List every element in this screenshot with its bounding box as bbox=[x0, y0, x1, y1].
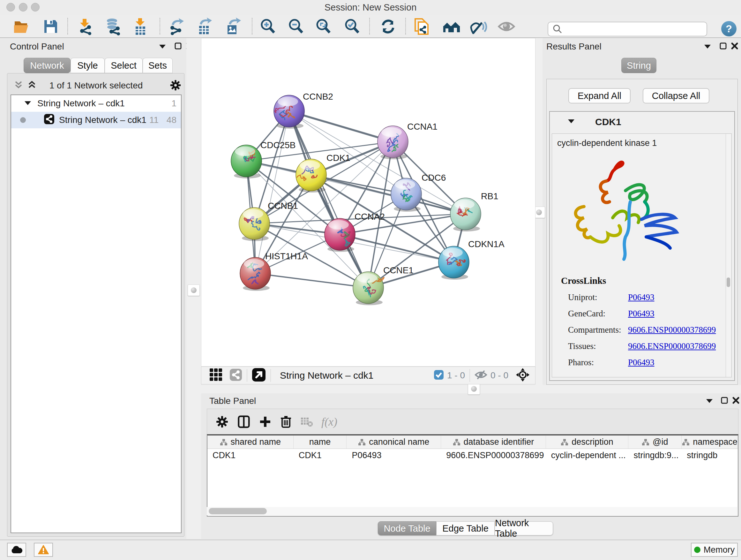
network-node-HIST1H1A[interactable] bbox=[240, 257, 271, 291]
open-session-icon[interactable] bbox=[12, 17, 31, 36]
close-panel-icon[interactable] bbox=[731, 42, 738, 51]
cloud-button[interactable] bbox=[7, 543, 26, 557]
network-column-icon bbox=[453, 438, 461, 446]
network-node-RB1[interactable] bbox=[450, 198, 481, 232]
table-settings-gear-icon[interactable] bbox=[215, 415, 229, 428]
export-image-icon[interactable] bbox=[223, 17, 242, 36]
hidden-counts: 0 - 0 bbox=[490, 370, 509, 381]
network-collection-row[interactable]: String Network – cdk1 1 bbox=[11, 95, 181, 112]
export-network-icon[interactable] bbox=[167, 17, 185, 36]
network-options-gear-icon[interactable] bbox=[170, 79, 182, 94]
collapse-all-button[interactable]: Collapse All bbox=[643, 88, 710, 104]
collapse-panel-icon[interactable] bbox=[705, 397, 714, 406]
import-table-icon[interactable] bbox=[131, 17, 149, 36]
network-from-selection-icon[interactable] bbox=[412, 17, 431, 36]
float-panel-icon[interactable] bbox=[721, 396, 728, 406]
crosslink-pharos[interactable]: P06493 bbox=[628, 358, 655, 368]
memory-button[interactable]: Memory bbox=[691, 543, 738, 557]
show-eye-icon[interactable] bbox=[497, 17, 516, 36]
add-column-icon[interactable] bbox=[259, 415, 272, 428]
selected-checkbox-icon[interactable] bbox=[434, 370, 444, 381]
collapse-panel-icon[interactable] bbox=[158, 43, 166, 51]
network-selection-header: 1 of 1 Network selected bbox=[10, 78, 182, 92]
grid-view-icon[interactable] bbox=[209, 368, 223, 383]
column-header[interactable]: shared name bbox=[207, 435, 293, 449]
zoom-fit-icon[interactable] bbox=[314, 17, 333, 36]
delete-column-icon[interactable] bbox=[280, 415, 292, 428]
tab-sets[interactable]: Sets bbox=[143, 58, 173, 73]
expand-all-button[interactable]: Expand All bbox=[568, 88, 630, 104]
network-edge-HIST1H1A-CCNE1[interactable] bbox=[255, 273, 368, 288]
toolbar-separator bbox=[159, 18, 160, 35]
vertical-splitter-right[interactable] bbox=[536, 38, 542, 387]
tab-select[interactable]: Select bbox=[105, 58, 143, 73]
zoom-out-icon[interactable] bbox=[286, 17, 305, 36]
crosslink-uniprot[interactable]: P06493 bbox=[628, 293, 655, 302]
column-header[interactable]: canonical name bbox=[347, 435, 441, 449]
network-node-CCNA1[interactable] bbox=[378, 126, 408, 159]
column-header[interactable]: database identifier bbox=[441, 435, 546, 449]
column-header[interactable]: name bbox=[293, 435, 347, 449]
vertical-splitter-left[interactable] bbox=[186, 38, 201, 539]
network-column-icon bbox=[358, 438, 366, 446]
import-network-file-icon[interactable] bbox=[76, 17, 94, 36]
float-panel-icon[interactable] bbox=[719, 42, 727, 51]
network-row-selected[interactable]: String Network – cdk1 11 48 bbox=[11, 112, 181, 128]
detach-view-icon[interactable] bbox=[252, 368, 266, 383]
show-columns-icon[interactable] bbox=[237, 415, 251, 428]
network-node-CDC25B[interactable] bbox=[231, 145, 262, 179]
help-button[interactable]: ? bbox=[721, 21, 737, 37]
tab-edge-table[interactable]: Edge Table bbox=[436, 521, 495, 536]
tab-node-table[interactable]: Node Table bbox=[378, 521, 436, 536]
table-row[interactable]: CDK1 CDK1 P06493 9606.ENSP00000378699 cy… bbox=[207, 449, 738, 462]
crosslink-tissues[interactable]: 9606.ENSP00000378699 bbox=[628, 341, 716, 351]
tab-network[interactable]: Network bbox=[23, 58, 71, 73]
tab-style[interactable]: Style bbox=[71, 58, 105, 73]
network-node-CDKN1A[interactable] bbox=[439, 246, 469, 280]
crosslink-genecard[interactable]: P06493 bbox=[628, 309, 655, 319]
memory-status-icon bbox=[694, 547, 700, 553]
float-panel-icon[interactable] bbox=[174, 42, 182, 51]
close-panel-icon[interactable] bbox=[732, 396, 740, 406]
export-table-icon[interactable] bbox=[195, 17, 213, 36]
table-panel: Table Panel f(x) shared name name canoni… bbox=[201, 393, 741, 539]
column-header[interactable]: namespace bbox=[682, 435, 738, 449]
network-node-CCNE1[interactable] bbox=[353, 272, 384, 305]
import-network-database-icon[interactable] bbox=[104, 17, 123, 36]
center-view-icon[interactable] bbox=[515, 368, 530, 383]
save-session-icon[interactable] bbox=[42, 17, 60, 36]
collapse-panel-icon[interactable] bbox=[703, 43, 712, 51]
section-expander-icon[interactable] bbox=[567, 118, 576, 126]
column-header[interactable]: description bbox=[546, 435, 629, 449]
network-edge-CCNB2-CCNE1[interactable] bbox=[289, 111, 368, 288]
column-header[interactable]: @id bbox=[628, 435, 682, 449]
network-node-CDK1[interactable] bbox=[296, 159, 327, 192]
crosslink-row: Uniprot:P06493 bbox=[561, 293, 716, 302]
network-edge-CCNB2-HIST1H1A[interactable] bbox=[255, 111, 289, 273]
network-node-CDC6[interactable] bbox=[391, 178, 421, 212]
refresh-icon[interactable] bbox=[379, 17, 397, 36]
network-column-icon bbox=[561, 438, 568, 446]
horizontal-splitter[interactable] bbox=[201, 385, 741, 393]
hidden-eye-icon[interactable] bbox=[475, 369, 487, 381]
table-panel-tabs: Node Table Edge Table Network Table bbox=[378, 521, 553, 536]
results-scrollbar[interactable] bbox=[726, 134, 731, 377]
zoom-in-icon[interactable] bbox=[259, 17, 277, 36]
node-table: shared name name canonical name database… bbox=[207, 434, 738, 516]
search-input[interactable] bbox=[548, 22, 707, 37]
gene-section-header[interactable]: CDK1 bbox=[550, 112, 734, 132]
tree-expander-icon[interactable] bbox=[24, 98, 31, 109]
table-horizontal-scrollbar[interactable] bbox=[207, 507, 737, 515]
tab-network-table[interactable]: Network Table bbox=[495, 521, 553, 536]
crosslink-compartments[interactable]: 9606.ENSP00000378699 bbox=[628, 325, 716, 335]
hide-selection-icon[interactable] bbox=[469, 17, 488, 36]
network-node-CCNB1[interactable] bbox=[239, 207, 270, 241]
tab-string[interactable]: String bbox=[621, 58, 657, 73]
network-view-icon[interactable] bbox=[229, 368, 242, 382]
zoom-selected-icon[interactable] bbox=[343, 17, 361, 36]
network-selection-summary: 1 of 1 Network selected bbox=[10, 80, 182, 91]
network-edge-CCNB2-CCNA1[interactable] bbox=[289, 111, 393, 142]
home-networks-icon[interactable] bbox=[442, 17, 461, 36]
warnings-button[interactable] bbox=[34, 543, 53, 557]
network-canvas[interactable]: CCNB2CCNA1CDC25BCDK1CDC6RB1CCNB1CCNA2CDK… bbox=[201, 38, 536, 367]
